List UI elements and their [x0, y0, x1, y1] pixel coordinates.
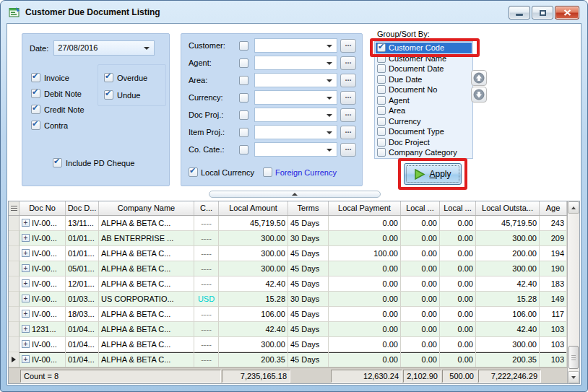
browse-button[interactable]: ... — [340, 39, 356, 53]
cell-local-payment[interactable]: 0.00 — [329, 352, 401, 367]
table-row[interactable]: IV-00...01/04...ALPHA & BETA C...----200… — [9, 352, 567, 367]
cell-local-outstanding[interactable]: 106.00 — [476, 307, 540, 322]
invoice-checkbox-row[interactable]: Invoice — [31, 73, 69, 82]
cell-terms[interactable]: 30 Days — [288, 231, 329, 246]
cell-currency[interactable]: ---- — [194, 216, 219, 231]
table-row[interactable]: IV-00...18/03...ALPHA & BETA C...----106… — [9, 307, 567, 322]
close-button[interactable] — [555, 6, 579, 19]
apply-button[interactable]: Apply — [404, 163, 462, 185]
cell-doc-no[interactable]: IV-00... — [20, 216, 66, 231]
cell-local-amount[interactable]: 15.28 — [219, 292, 288, 307]
expand-icon[interactable] — [22, 264, 30, 272]
cell-local-payment[interactable]: 100.00 — [329, 246, 401, 261]
scrollbar-thumb[interactable] — [568, 346, 579, 369]
cell-company[interactable]: ALPHA & BETA C... — [99, 216, 194, 231]
group-sort-item[interactable]: Doc Project — [376, 137, 472, 148]
debit-note-checkbox[interactable] — [31, 89, 40, 98]
header-terms[interactable]: Terms — [288, 201, 329, 215]
cell-local-outstanding[interactable]: 15.28 — [476, 292, 540, 307]
minimize-button[interactable] — [509, 6, 530, 19]
cell-local-payment[interactable]: 0.00 — [329, 307, 401, 322]
move-down-button[interactable] — [471, 87, 487, 103]
expand-icon[interactable] — [22, 219, 30, 227]
header-local-1[interactable]: Local ... — [401, 201, 440, 215]
header-doc-date[interactable]: Doc D... — [66, 201, 99, 215]
cell-doc-no[interactable]: IV-00... — [20, 292, 66, 307]
cell-doc-no[interactable]: IV-00... — [20, 231, 66, 246]
cell-age[interactable]: 117 — [540, 307, 567, 322]
cell-company[interactable]: ALPHA & BETA C... — [99, 352, 194, 367]
cell-local-1[interactable]: 0.00 — [401, 292, 440, 307]
cell-currency[interactable]: ---- — [194, 261, 219, 276]
cell-local-amount[interactable]: 42.40 — [219, 322, 288, 337]
cell-local-amount[interactable]: 300.00 — [219, 337, 288, 352]
cell-terms[interactable]: 45 Days — [288, 307, 329, 322]
selector-checkbox[interactable] — [239, 145, 248, 154]
cell-terms[interactable]: 45 Days — [288, 337, 329, 352]
selector-combobox[interactable] — [254, 125, 337, 139]
selector-checkbox[interactable] — [239, 128, 248, 137]
expand-icon[interactable] — [22, 279, 30, 287]
cell-local-1[interactable]: 0.00 — [401, 216, 440, 231]
table-row[interactable]: IV-00...13/11...ALPHA & BETA C...----45,… — [9, 216, 567, 231]
date-combobox[interactable]: 27/08/2016 — [53, 40, 155, 56]
cell-terms[interactable]: 45 Days — [288, 322, 329, 337]
include-pd-cheque-row[interactable]: Include PD Cheque — [53, 158, 134, 167]
header-currency[interactable]: C... — [194, 201, 219, 215]
group-sort-item[interactable]: Company Category — [376, 147, 472, 158]
expand-icon[interactable] — [22, 355, 30, 363]
credit-note-checkbox[interactable] — [31, 105, 40, 114]
group-sort-item[interactable]: Customer Code — [376, 43, 472, 53]
cell-terms[interactable]: 45 Days — [288, 246, 329, 261]
cell-age[interactable]: 183 — [540, 276, 567, 292]
selector-combobox[interactable] — [254, 73, 337, 87]
group-sort-item[interactable]: Area — [376, 105, 472, 116]
table-row[interactable]: IV-00...01/01...AB ENTERPRISE ...----300… — [9, 231, 567, 246]
selector-combobox[interactable] — [254, 142, 337, 157]
cell-terms[interactable]: 45 Days — [288, 216, 329, 231]
overdue-checkbox[interactable] — [104, 73, 113, 82]
contra-checkbox-row[interactable]: Contra — [31, 121, 68, 130]
column-chooser[interactable] — [9, 201, 20, 215]
cell-local-payment[interactable]: 0.00 — [329, 337, 401, 352]
debit-note-checkbox-row[interactable]: Debit Note — [31, 89, 82, 98]
cell-local-2[interactable]: 0.00 — [440, 307, 476, 322]
cell-local-1[interactable]: 0.00 — [401, 231, 440, 246]
expand-icon[interactable] — [22, 325, 30, 333]
header-local-payment[interactable]: Local Payment — [329, 201, 401, 215]
group-sort-item-checkbox[interactable] — [377, 43, 386, 52]
cell-local-amount[interactable]: 200.35 — [219, 352, 288, 367]
vertical-scrollbar[interactable] — [567, 201, 579, 383]
cell-local-amount[interactable]: 300.00 — [219, 261, 288, 276]
selector-combobox[interactable] — [254, 38, 337, 53]
expand-icon[interactable] — [22, 249, 30, 257]
selector-checkbox[interactable] — [239, 110, 248, 120]
cell-doc-no[interactable]: IV-00... — [20, 307, 66, 322]
group-sort-item-checkbox[interactable] — [377, 54, 386, 63]
cell-local-2[interactable]: 0.00 — [440, 292, 476, 307]
cell-doc-date[interactable]: 18/03... — [66, 307, 99, 322]
cell-doc-date[interactable]: 05/01... — [66, 261, 99, 276]
cell-local-payment[interactable]: 0.00 — [329, 216, 401, 231]
titlebar[interactable]: Customer Due Document Listing — [1, 1, 587, 23]
browse-button[interactable]: ... — [340, 74, 356, 87]
cell-currency[interactable]: ---- — [194, 337, 219, 352]
move-up-button[interactable] — [471, 70, 487, 86]
cell-currency[interactable]: ---- — [194, 352, 219, 367]
cell-company[interactable]: ALPHA & BETA C... — [99, 322, 194, 337]
cell-local-1[interactable]: 0.00 — [401, 307, 440, 322]
expand-icon[interactable] — [22, 340, 30, 348]
table-row[interactable]: 1231...01/04...ALPHA & BETA C...----42.4… — [9, 322, 567, 337]
cell-local-1[interactable]: 0.00 — [401, 261, 440, 276]
cell-terms[interactable]: 45 Days — [288, 352, 329, 367]
cell-company[interactable]: ALPHA & BETA C... — [99, 337, 194, 352]
group-sort-item[interactable]: Agent — [376, 95, 472, 106]
cell-doc-date[interactable]: 01/03... — [66, 292, 99, 307]
cell-doc-date[interactable]: 01/04... — [66, 337, 99, 352]
cell-company[interactable]: ALPHA & BETA C... — [99, 246, 194, 261]
cell-company[interactable]: ALPHA & BETA C... — [99, 276, 194, 292]
cell-local-1[interactable]: 0.00 — [401, 246, 440, 261]
expand-icon[interactable] — [22, 234, 30, 242]
cell-local-2[interactable]: 0.00 — [440, 352, 476, 367]
cell-local-outstanding[interactable]: 300.00 — [476, 231, 540, 246]
